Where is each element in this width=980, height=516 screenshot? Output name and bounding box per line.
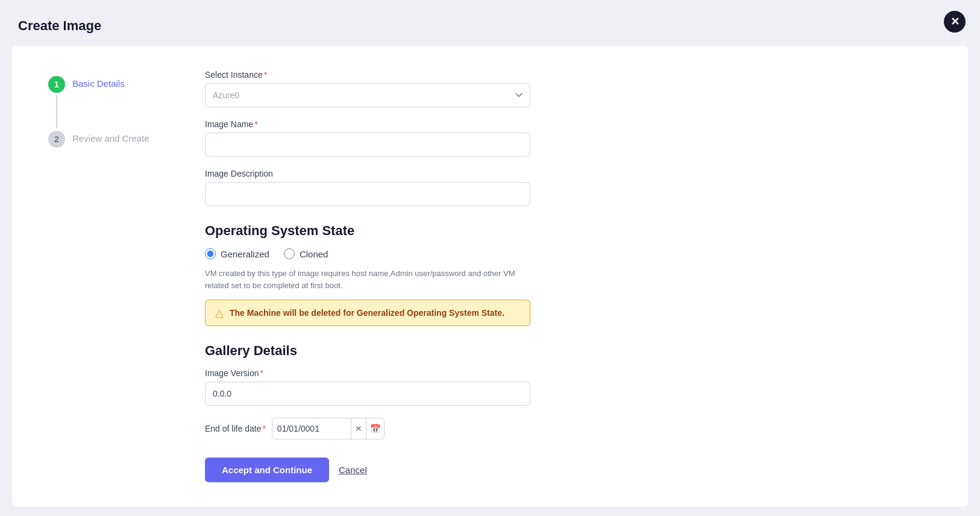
os-state-section: Operating System State Generalized Clone… <box>205 223 530 326</box>
image-name-label: Image Name* <box>205 119 530 129</box>
image-description-input[interactable] <box>205 182 530 206</box>
radio-generalized-input[interactable] <box>205 248 216 259</box>
calendar-icon: 📅 <box>370 424 380 433</box>
footer-buttons: Accept and Continue Cancel <box>205 458 530 482</box>
stepper: 1 Basic Details 2 Review and Create <box>48 70 169 482</box>
radio-generalized-label: Generalized <box>221 249 269 259</box>
step-2: 2 Review and Create <box>48 131 169 148</box>
modal-wrapper: Create Image ✕ 1 Basic Details 2 <box>0 0 980 516</box>
date-input-wrapper: ✕ 📅 <box>272 418 385 439</box>
radio-cloned-input[interactable] <box>284 248 295 259</box>
image-name-input[interactable] <box>205 133 530 157</box>
cancel-button[interactable]: Cancel <box>339 465 367 475</box>
os-state-section-title: Operating System State <box>205 223 530 239</box>
step-connector <box>56 95 57 128</box>
form-area: Select Instance* Azure0 Image Name* Imag… <box>205 70 530 482</box>
select-instance-input[interactable]: Azure0 <box>205 83 530 107</box>
step-2-label[interactable]: Review and Create <box>72 131 149 143</box>
radio-generalized[interactable]: Generalized <box>205 248 269 259</box>
select-instance-group: Select Instance* Azure0 <box>205 70 530 107</box>
accept-continue-button[interactable]: Accept and Continue <box>205 458 329 482</box>
image-version-label: Image Version* <box>205 368 530 378</box>
radio-cloned-label: Cloned <box>300 249 328 259</box>
select-instance-label: Select Instance* <box>205 70 530 80</box>
image-description-label: Image Description <box>205 169 530 178</box>
step-1-circle: 1 <box>48 76 65 93</box>
warning-triangle-icon: △ <box>215 306 224 319</box>
radio-cloned[interactable]: Cloned <box>284 248 328 259</box>
image-version-input[interactable] <box>205 382 530 406</box>
end-of-life-label: End of life date* <box>205 424 266 433</box>
warning-banner: △ The Machine will be deleted for Genera… <box>205 300 530 326</box>
date-clear-button[interactable]: ✕ <box>351 418 366 439</box>
date-clear-icon: ✕ <box>355 424 362 433</box>
step-2-circle: 2 <box>48 131 65 148</box>
os-state-radio-group: Generalized Cloned <box>205 248 530 259</box>
modal-card: 1 Basic Details 2 Review and Create <box>12 46 968 506</box>
image-name-group: Image Name* <box>205 119 530 157</box>
date-calendar-button[interactable]: 📅 <box>366 418 384 439</box>
end-of-life-group: End of life date* ✕ 📅 <box>205 418 530 439</box>
image-version-group: Image Version* <box>205 368 530 406</box>
step-1-label[interactable]: Basic Details <box>72 76 125 89</box>
os-description: VM created by this type of image require… <box>205 268 530 291</box>
page-title: Create Image <box>12 12 968 46</box>
gallery-section: Gallery Details Image Version* End of li… <box>205 343 530 439</box>
warning-text: The Machine will be deleted for Generali… <box>230 308 504 318</box>
close-button[interactable]: ✕ <box>944 11 966 33</box>
gallery-section-title: Gallery Details <box>205 343 530 359</box>
required-star: * <box>264 70 267 80</box>
end-of-life-input[interactable] <box>272 424 351 433</box>
step-1: 1 Basic Details <box>48 76 169 131</box>
image-description-group: Image Description <box>205 169 530 206</box>
close-icon: ✕ <box>950 15 960 28</box>
